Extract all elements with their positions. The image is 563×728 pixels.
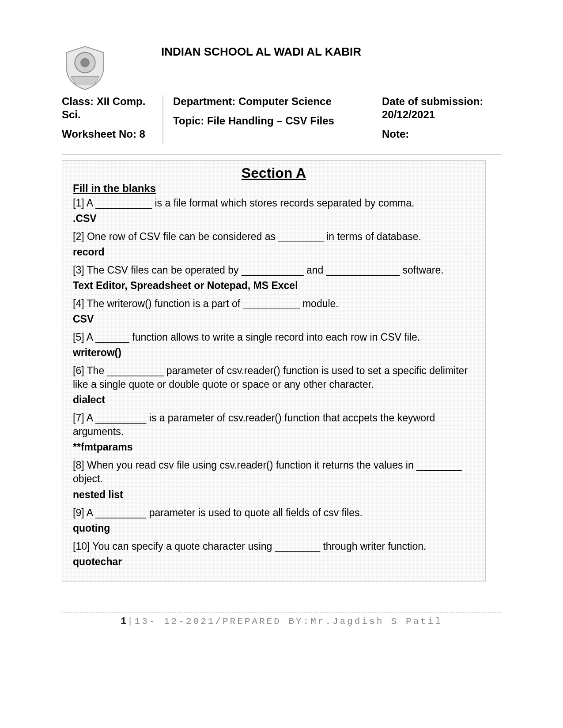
school-emblem-icon <box>62 44 108 90</box>
answer-text: writerow() <box>73 347 475 359</box>
answer-text: quoting <box>73 522 475 534</box>
divider <box>62 154 501 155</box>
answer-text: dialect <box>73 394 475 406</box>
topic-label: Topic: File Handling – CSV Files <box>173 114 372 128</box>
svg-point-1 <box>80 58 90 68</box>
header: INDIAN SCHOOL AL WADI AL KABIR <box>62 44 501 90</box>
qa-item: [6] The __________ parameter of csv.read… <box>73 364 475 406</box>
qa-item: [1] A __________ is a file format which … <box>73 196 475 225</box>
question-text: [3] The CSV files can be operated by ___… <box>73 263 475 277</box>
content-box: Section A Fill in the blanks [1] A _____… <box>62 160 486 582</box>
info-grid: Class: XII Comp. Sci. Worksheet No: 8 De… <box>62 95 501 143</box>
question-text: [5] A ______ function allows to write a … <box>73 330 475 344</box>
answer-text: CSV <box>73 313 475 325</box>
question-text: [8] When you read csv file using csv.rea… <box>73 458 475 486</box>
question-text: [4] The writerow() function is a part of… <box>73 297 475 311</box>
qa-item: [4] The writerow() function is a part of… <box>73 297 475 325</box>
worksheet-no: Worksheet No: 8 <box>62 128 157 141</box>
footer-text: |13- 12-2021/PREPARED BY:Mr.Jagdish S Pa… <box>127 616 442 627</box>
question-text: [6] The __________ parameter of csv.read… <box>73 364 475 391</box>
date-submission: Date of submission: 20/12/2021 <box>382 95 501 121</box>
question-text: [9] A _________ parameter is used to quo… <box>73 506 475 520</box>
answer-text: nested list <box>73 489 475 501</box>
qa-item: [8] When you read csv file using csv.rea… <box>73 458 475 500</box>
qa-item: [9] A _________ parameter is used to quo… <box>73 506 475 534</box>
question-text: [2] One row of CSV file can be considere… <box>73 230 475 244</box>
question-text: [1] A __________ is a file format which … <box>73 196 475 210</box>
note-label: Note: <box>382 128 501 141</box>
answer-text: .CSV <box>73 213 475 225</box>
qa-item: [5] A ______ function allows to write a … <box>73 330 475 359</box>
footer: 1|13- 12-2021/PREPARED BY:Mr.Jagdish S P… <box>62 616 501 627</box>
footer-divider <box>62 612 501 613</box>
answer-text: quotechar <box>73 556 475 568</box>
qa-item: [3] The CSV files can be operated by ___… <box>73 263 475 292</box>
question-text: [10] You can specify a quote character u… <box>73 540 475 553</box>
answer-text: **fmtparams <box>73 441 475 453</box>
qa-item: [2] One row of CSV file can be considere… <box>73 230 475 258</box>
section-subtitle: Fill in the blanks <box>73 182 475 195</box>
school-name: INDIAN SCHOOL AL WADI AL KABIR <box>117 44 501 59</box>
page-number: 1 <box>121 616 127 627</box>
department-label: Department: Computer Science <box>173 95 372 108</box>
answer-text: Text Editor, Spreadsheet or Notepad, MS … <box>73 280 475 292</box>
answer-text: record <box>73 246 475 258</box>
qa-item: [10] You can specify a quote character u… <box>73 540 475 568</box>
section-title: Section A <box>73 165 475 181</box>
qa-item: [7] A _________ is a parameter of csv.re… <box>73 411 475 453</box>
question-text: [7] A _________ is a parameter of csv.re… <box>73 411 475 439</box>
class-label: Class: XII Comp. Sci. <box>62 95 157 121</box>
